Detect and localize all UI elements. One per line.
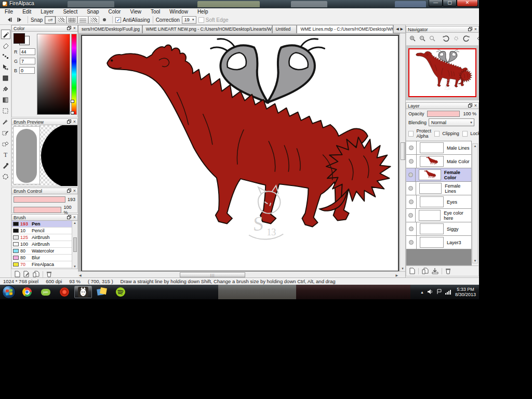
menu-select[interactable]: Select (58, 9, 82, 15)
hue-marker[interactable] (71, 111, 74, 114)
layer-row-selected[interactable]: Female Color (406, 168, 471, 182)
close-icon[interactable]: × (474, 103, 477, 108)
maximize-button[interactable]: ▢ (443, 0, 457, 7)
taskbar-clock[interactable]: 5:33 PM 8/30/2013 (455, 287, 476, 297)
next-button[interactable] (15, 16, 24, 24)
move-tool[interactable] (1, 62, 10, 72)
float-icon[interactable] (67, 119, 71, 125)
canvas-vscrollbar[interactable]: ▼ (400, 33, 405, 271)
network-icon[interactable] (445, 287, 452, 297)
action-center-flag-icon[interactable] (436, 287, 442, 297)
layer-list-scrollbar[interactable]: ▲▼ (472, 143, 478, 263)
minimize-button[interactable]: — (429, 0, 443, 7)
snap-off-button[interactable]: off (45, 16, 56, 24)
brush-item[interactable]: 100AirBrush (12, 241, 72, 248)
menu-layer[interactable]: Layer (36, 9, 58, 15)
add-brush-button[interactable] (15, 271, 20, 277)
select-tool[interactable] (1, 106, 10, 115)
brush-item[interactable]: 125AirBrush (12, 234, 72, 241)
softedge-checkbox[interactable]: ✓ (198, 17, 204, 23)
dot-tool[interactable] (1, 51, 10, 61)
hue-slider[interactable] (71, 34, 77, 115)
brush-item[interactable]: 70FireAlpaca (12, 261, 72, 268)
clipping-checkbox[interactable]: ✓ (434, 131, 440, 137)
add-layer-button[interactable] (409, 268, 415, 274)
snap-horizontal-button[interactable] (77, 16, 88, 24)
foreground-swatch[interactable] (14, 33, 25, 44)
r-input[interactable] (20, 48, 35, 55)
gradient-tool[interactable] (1, 95, 10, 104)
protect-alpha-checkbox[interactable]: ✓ (408, 131, 414, 137)
hue-marker[interactable] (71, 100, 74, 103)
menu-color[interactable]: Color (104, 9, 126, 15)
snap-grid-button[interactable] (66, 16, 77, 24)
tab-scroll-arrows[interactable]: ◀▶ (393, 25, 405, 33)
duplicate-brush-button[interactable] (33, 271, 39, 277)
layer-row[interactable]: Eye color here (406, 209, 471, 222)
fill-tool[interactable] (1, 73, 10, 83)
rotate-reset-icon[interactable] (453, 34, 459, 44)
menu-window[interactable]: Window (165, 9, 193, 15)
snap-vanishing-button[interactable] (88, 16, 99, 24)
brush-size-slider[interactable] (14, 196, 65, 203)
layer-visible-icon[interactable] (409, 240, 414, 245)
close-icon[interactable]: × (73, 119, 76, 124)
delete-layer-button[interactable] (445, 268, 451, 274)
correction-dropdown[interactable]: 19▼ (182, 16, 196, 24)
menu-view[interactable]: View (125, 9, 146, 15)
saturation-value-picker[interactable] (37, 34, 70, 115)
close-icon[interactable]: × (73, 215, 76, 220)
menu-help[interactable]: Help (193, 9, 213, 15)
selectpen-tool[interactable] (1, 128, 10, 137)
g-input[interactable] (20, 58, 35, 64)
zoom-in-icon[interactable] (409, 34, 416, 44)
hand-tool[interactable] (1, 171, 10, 181)
pen-tool[interactable] (1, 30, 10, 39)
float-icon[interactable] (67, 215, 71, 220)
float-icon[interactable] (468, 27, 472, 32)
merge-layer-button[interactable] (432, 268, 438, 274)
layer-row[interactable]: Male Lines (406, 141, 471, 155)
brush-list-scrollbar[interactable]: ▲▼ (72, 221, 77, 269)
rotate-cw-icon[interactable] (463, 34, 470, 44)
duplicate-layer-button[interactable] (422, 268, 429, 274)
snap-radial-button[interactable] (100, 16, 109, 24)
layer-visible-icon[interactable] (409, 200, 414, 204)
taskbar-spotify-icon[interactable] (112, 286, 129, 298)
close-icon[interactable]: × (73, 189, 76, 193)
brush-item[interactable]: 80Blur (12, 255, 72, 261)
rotate-ccw-icon[interactable] (443, 34, 449, 44)
float-icon[interactable] (67, 189, 71, 194)
layer-row[interactable]: Siggy (406, 222, 471, 236)
tab-wme-lineart[interactable]: WME LINEART NEW.png - C:/Users/HOME/Desk… (142, 25, 272, 33)
close-icon[interactable]: × (73, 26, 76, 31)
volume-icon[interactable] (427, 287, 433, 297)
float-icon[interactable] (67, 26, 71, 31)
layer-row[interactable]: Layer3 (406, 236, 471, 249)
layer-visible-icon[interactable] (409, 145, 414, 150)
tab-untitled[interactable]: Untitled (272, 25, 297, 33)
layer-visible-icon[interactable] (408, 172, 413, 177)
layer-row[interactable]: Female Lines (406, 182, 471, 195)
tray-expand-icon[interactable]: ▲ (420, 290, 424, 294)
start-button[interactable] (2, 285, 16, 299)
taskbar-joinme-icon[interactable]: join (37, 286, 55, 298)
edit-brush-button[interactable] (23, 271, 30, 277)
layer-opacity-slider[interactable] (427, 111, 460, 117)
navigator-preview[interactable] (406, 46, 478, 100)
antialias-checkbox[interactable]: ✓ (115, 17, 121, 23)
text-tool[interactable]: T (1, 150, 10, 159)
lock-checkbox[interactable]: ✓ (462, 131, 468, 137)
bucket-tool[interactable] (1, 84, 10, 94)
menu-file[interactable]: File (0, 9, 18, 15)
layer-visible-icon[interactable] (408, 213, 413, 218)
layer-row[interactable]: Male Color (406, 155, 471, 168)
layer-visible-icon[interactable] (409, 159, 414, 164)
menu-snap[interactable]: Snap (82, 9, 103, 15)
magicwand-tool[interactable] (1, 117, 10, 126)
brush-item[interactable]: 80Watercolor (12, 248, 72, 255)
layer-visible-icon[interactable] (408, 186, 413, 191)
layer-visible-icon[interactable] (409, 227, 414, 231)
tab-fuull[interactable]: sers/HOME/Desktop/Fuull.jpg (78, 25, 142, 33)
zoom-reset-icon[interactable] (429, 34, 435, 44)
